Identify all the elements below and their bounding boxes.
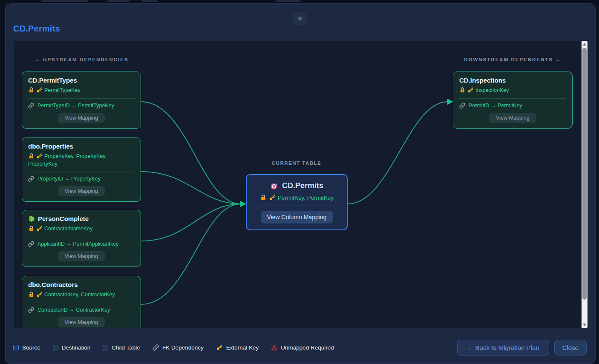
table-card-permittypes: CD.PermitTypes PermitTypeKey PermitTypeI… [22,72,141,129]
close-button[interactable]: Close [554,340,587,355]
view-mapping-button[interactable]: View Mapping [58,317,105,327]
card-title: dbo.Properties [28,143,135,150]
external-keys-row: PermitTypeKey [28,87,135,95]
lock-icon [459,87,466,93]
table-dependency-modal: CD.Permits × ← UPSTREAM DEPENDENCIES DOW… [5,3,596,364]
external-keys-text: ContractorNameKey [44,226,92,232]
external-keys-row: PropertyKey, PropertyKey, PropertyKey [28,153,135,168]
table-card-contractors: dbo.Contractors ContractorKey, Contracto… [22,276,141,328]
view-mapping-button[interactable]: View Mapping [58,186,105,196]
link-icon [28,241,34,247]
source-swatch-icon [13,345,19,350]
fk-mapping-row: PermitTypeID → PermitTypeKey [28,103,135,109]
fk-mapping-text: ApplicantID → PermitApplicantkey [37,241,118,247]
external-keys-row: ContractorNameKey [28,225,135,233]
fk-mapping-text: PermitTypeID → PermitTypeKey [37,103,114,109]
fk-curve-properties [141,172,241,204]
lock-icon [28,87,35,93]
external-keys-text: ContractorKey, ContractorKey [44,292,115,298]
key-icon [269,194,276,201]
link-icon [28,103,34,109]
key-icon [467,87,474,93]
fk-mapping-row: ContractorID → ContractorKey [28,307,135,313]
arrowhead-into-inspections [447,99,453,105]
key-icon [36,225,43,232]
downstream-dependents-label: DOWNSTREAM DEPENDENTS → [444,57,581,62]
view-mapping-button[interactable]: View Mapping [58,251,105,261]
fk-curve-permittypes [141,102,241,204]
legend-label: FK Dependency [162,344,204,351]
external-keys-text: PermitTypeKey [44,87,81,93]
scrollbar-thumb[interactable] [582,48,587,300]
legend: Source Destination Child Table FK Depend… [13,344,334,351]
key-icon [216,344,223,351]
card-divider [28,98,135,99]
legend-item-source: Source [13,344,40,351]
footer-buttons: ← Back to Migration Plan Close [457,340,587,355]
fk-curve-personcomplete [141,204,241,241]
legend-item-fk-dependency: FK Dependency [153,344,204,351]
scroll-down-icon[interactable] [583,324,586,326]
legend-item-child-table: Child Table [103,344,140,351]
arrowhead-into-current [240,201,246,207]
current-table-title: CD.Permits [253,181,341,190]
table-card-inspections: CD.Inspections InspectionKey PermitID → … [453,72,573,129]
card-title: PersonComplete [28,215,135,222]
key-icon [36,87,43,93]
legend-label: Source [22,344,40,351]
link-icon [459,103,465,109]
legend-item-external-key: External Key [216,344,259,351]
scroll-up-icon[interactable] [583,43,586,46]
fk-mapping-text: PermitID → PermitKey [469,103,522,109]
legend-label: Child Table [112,344,140,351]
close-icon[interactable]: × [294,12,306,25]
current-table-label: CURRENT TABLE [245,161,348,166]
view-mapping-button[interactable]: View Mapping [489,113,536,123]
view-column-mapping-button[interactable]: View Column Mapping [261,211,333,224]
fk-mapping-text: PropertyID → PropertyKey [37,176,101,182]
external-keys-row: InspectionKey [459,87,566,95]
card-divider [459,98,566,99]
card-title: CD.PermitTypes [28,77,135,84]
warning-icon [271,344,277,351]
key-icon [36,291,43,298]
lock-icon [28,153,35,159]
external-keys-text: PermitKey, PermitKey [278,195,334,201]
fk-mapping-row: PermitID → PermitKey [459,103,566,109]
legend-label: Destination [62,344,91,351]
modal-footer: Source Destination Child Table FK Depend… [6,330,595,364]
puzzle-icon [28,215,35,222]
table-card-properties: dbo.Properties PropertyKey, PropertyKey,… [22,138,141,202]
legend-item-destination: Destination [53,344,91,351]
table-card-personcomplete: PersonComplete ContractorNameKey Applica… [22,210,141,267]
card-divider [28,303,135,303]
external-keys-row: PermitKey, PermitKey [253,194,341,201]
legend-label: Unmapped Required [281,344,334,351]
current-table-card: CD.Permits PermitKey, PermitKey View Col… [246,174,348,230]
upstream-dependencies-label: ← UPSTREAM DEPENDENCIES [14,57,150,62]
destination-swatch-icon [53,345,58,350]
modal-title: CD.Permits [13,24,60,34]
legend-item-unmapped-required: Unmapped Required [271,344,334,351]
key-icon [36,153,43,159]
external-keys-text: InspectionKey [475,87,509,93]
fk-mapping-text: ContractorID → ContractorKey [37,307,110,313]
target-icon [270,182,279,190]
vertical-scrollbar[interactable] [582,41,587,328]
card-title: CD.Inspections [459,77,566,84]
fk-curve-contractors [141,204,241,304]
external-keys-row: ContractorKey, ContractorKey [28,291,135,299]
fk-mapping-row: PropertyID → PropertyKey [28,176,135,182]
link-icon [28,307,34,313]
view-mapping-button[interactable]: View Mapping [58,113,105,123]
fk-mapping-row: ApplicantID → PermitApplicantkey [28,241,135,247]
link-icon [28,176,34,182]
back-to-migration-plan-button[interactable]: ← Back to Migration Plan [457,340,549,355]
child-table-swatch-icon [103,345,108,350]
lock-icon [260,194,267,201]
card-divider [28,172,135,172]
card-divider [255,206,338,206]
dependency-diagram-canvas: ← UPSTREAM DEPENDENCIES DOWNSTREAM DEPEN… [14,41,587,328]
card-title: dbo.Contractors [28,281,135,288]
fk-curve-inspections [348,102,448,204]
